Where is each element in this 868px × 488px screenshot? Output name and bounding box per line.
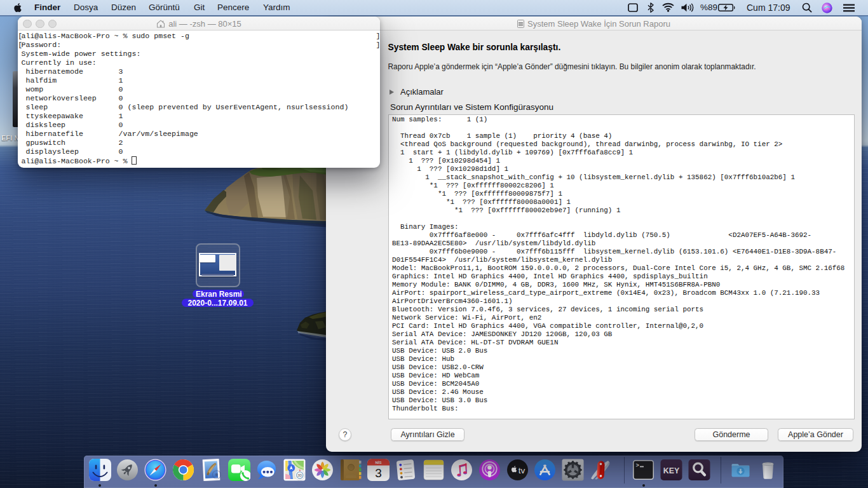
svg-text:tv: tv <box>518 466 525 475</box>
svg-text:3D: 3D <box>297 473 302 477</box>
svg-text:3: 3 <box>375 466 382 480</box>
svg-text:NİS: NİS <box>375 461 381 464</box>
svg-text:>: > <box>636 463 639 469</box>
svg-text:KEY: KEY <box>663 466 679 475</box>
